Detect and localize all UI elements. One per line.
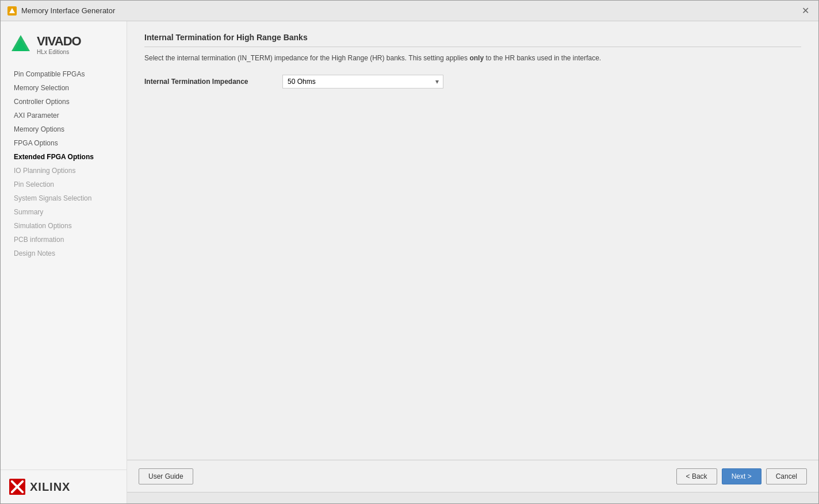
content-area: Internal Termination for High Range Bank… (127, 21, 818, 460)
sidebar-item-design-notes: Design Notes (9, 247, 118, 260)
sidebar-item-extended-fpga-options[interactable]: Extended FPGA Options (9, 150, 118, 164)
sidebar: VIVADO HLx Editions Pin Compatible FPGAs… (1, 21, 127, 503)
title-bar-left: Memory Interface Generator (7, 6, 115, 16)
vivado-wordmark: VIVADO (37, 34, 81, 49)
nav-list: Pin Compatible FPGAs Memory Selection Co… (9, 67, 118, 260)
xilinx-wordmark: XILINX (30, 480, 70, 494)
sidebar-item-memory-selection[interactable]: Memory Selection (9, 81, 118, 95)
title-bar: Memory Interface Generator ✕ (1, 1, 818, 21)
description-part1: Select the internal termination (IN_TERM… (144, 54, 468, 62)
description-part2: to the HR banks used in the interface. (485, 54, 601, 62)
form-label: Internal Termination Impedance (144, 78, 271, 86)
section-title: Internal Termination for High Range Bank… (144, 33, 801, 47)
sidebar-item-axi-parameter[interactable]: AXI Parameter (9, 109, 118, 122)
back-button[interactable]: < Back (676, 468, 717, 484)
footer-right: < Back Next > Cancel (676, 468, 807, 484)
user-guide-button[interactable]: User Guide (139, 468, 193, 484)
description-text: Select the internal termination (IN_TERM… (144, 53, 801, 63)
termination-impedance-select[interactable]: High Impedance 50 Ohms 60 Ohms 40 Ohms (282, 75, 443, 89)
vivado-sub: HLx Editions (37, 49, 81, 55)
vivado-logo: VIVADO HLx Editions (9, 33, 118, 56)
sidebar-item-memory-options[interactable]: Memory Options (9, 122, 118, 136)
sidebar-top: VIVADO HLx Editions Pin Compatible FPGAs… (1, 21, 127, 266)
sidebar-bottom: XILINX (1, 470, 127, 503)
termination-select-wrapper: High Impedance 50 Ohms 60 Ohms 40 Ohms (282, 75, 443, 89)
xilinx-logo: XILINX (9, 479, 118, 495)
vivado-logo-text: VIVADO HLx Editions (37, 34, 81, 55)
close-button[interactable]: ✕ (799, 5, 812, 16)
sidebar-item-system-signals: System Signals Selection (9, 191, 118, 205)
window-title: Memory Interface Generator (21, 6, 115, 15)
status-bar (127, 492, 818, 503)
vivado-logo-icon (9, 33, 32, 56)
main-panel: Internal Termination for High Range Bank… (127, 21, 818, 503)
svg-marker-0 (9, 8, 15, 13)
sidebar-item-pin-selection: Pin Selection (9, 178, 118, 191)
sidebar-item-pin-compatible[interactable]: Pin Compatible FPGAs (9, 67, 118, 81)
description-bold: only (469, 54, 484, 62)
footer: User Guide < Back Next > Cancel (127, 460, 818, 492)
xilinx-logo-icon (9, 479, 25, 495)
sidebar-item-pcb-info: PCB information (9, 233, 118, 247)
sidebar-item-controller-options[interactable]: Controller Options (9, 95, 118, 109)
sidebar-item-simulation-options: Simulation Options (9, 219, 118, 233)
app-icon (7, 6, 17, 16)
next-button[interactable]: Next > (722, 468, 761, 484)
sidebar-item-summary: Summary (9, 205, 118, 219)
sidebar-item-io-planning: IO Planning Options (9, 164, 118, 178)
cancel-button[interactable]: Cancel (766, 468, 807, 484)
sidebar-item-fpga-options[interactable]: FPGA Options (9, 136, 118, 150)
form-row: Internal Termination Impedance High Impe… (144, 75, 801, 89)
main-content: VIVADO HLx Editions Pin Compatible FPGAs… (1, 21, 818, 503)
footer-left: User Guide (139, 468, 193, 484)
application-window: Memory Interface Generator ✕ VIVADO HLx … (0, 0, 819, 504)
